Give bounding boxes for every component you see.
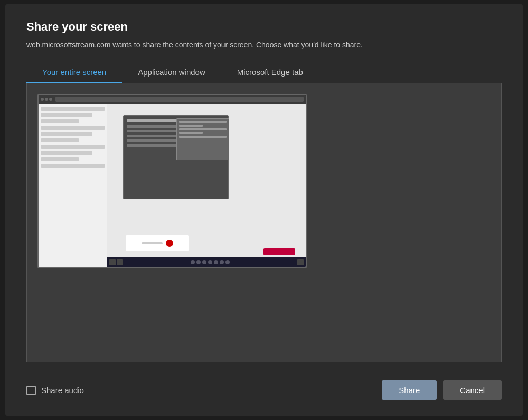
tab-application-window[interactable]: Application window — [122, 62, 221, 83]
screenshot-preview-image — [39, 95, 306, 267]
share-button[interactable]: Share — [382, 380, 437, 400]
share-audio-checkbox[interactable] — [26, 386, 36, 395]
screen-preview-thumbnail[interactable] — [37, 94, 307, 268]
tab-content-area — [26, 83, 502, 362]
share-screen-dialog: Share your screen web.microsoftstream.co… — [5, 4, 523, 416]
cancel-button[interactable]: Cancel — [443, 380, 502, 400]
dialog-title: Share your screen — [26, 20, 502, 34]
tab-bar: Your entire screen Application window Mi… — [26, 62, 502, 83]
share-audio-group: Share audio — [26, 386, 84, 395]
tab-entire-screen[interactable]: Your entire screen — [26, 62, 122, 83]
dialog-footer: Share audio Share Cancel — [26, 375, 502, 400]
footer-buttons: Share Cancel — [382, 380, 502, 400]
share-audio-label: Share audio — [41, 386, 84, 395]
tab-microsoft-edge[interactable]: Microsoft Edge tab — [221, 62, 319, 83]
dialog-subtitle: web.microsoftstream.com wants to share t… — [26, 40, 502, 51]
